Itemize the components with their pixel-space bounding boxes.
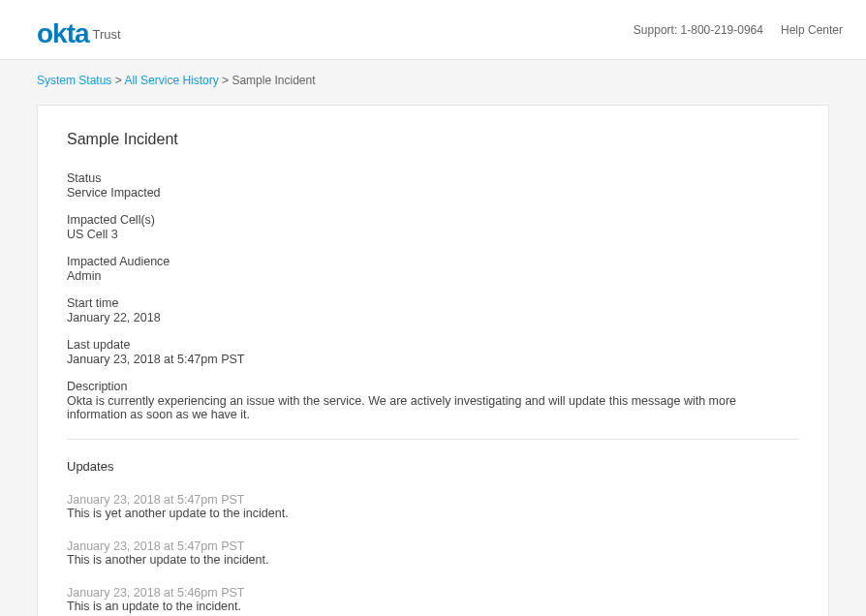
update-timestamp: January 23, 2018 at 5:47pm PST bbox=[67, 539, 799, 553]
status-value: Service Impacted bbox=[67, 186, 799, 200]
update-item: January 23, 2018 at 5:47pm PST This is y… bbox=[67, 493, 799, 520]
trust-label: Trust bbox=[93, 27, 121, 42]
update-body: This is an update to the incident. bbox=[67, 600, 799, 613]
audience-label: Impacted Audience bbox=[67, 255, 799, 268]
site-header: okta Trust Support: 1-800-219-0964 Help … bbox=[0, 0, 866, 60]
field-start-time: Start time January 22, 2018 bbox=[67, 296, 799, 324]
status-label: Status bbox=[67, 171, 799, 185]
update-timestamp: January 23, 2018 at 5:47pm PST bbox=[67, 493, 799, 507]
start-label: Start time bbox=[67, 296, 799, 310]
field-description: Description Okta is currently experienci… bbox=[67, 380, 799, 421]
updates-heading: Updates bbox=[67, 459, 799, 474]
lastupdate-label: Last update bbox=[67, 338, 799, 352]
updates-list: January 23, 2018 at 5:47pm PST This is y… bbox=[67, 493, 799, 613]
breadcrumb-separator: > bbox=[111, 74, 124, 87]
breadcrumb-system-status[interactable]: System Status bbox=[37, 74, 111, 87]
cells-value: US Cell 3 bbox=[67, 228, 799, 241]
description-label: Description bbox=[67, 380, 799, 393]
description-value: Okta is currently experiencing an issue … bbox=[67, 394, 799, 421]
brand-logo[interactable]: okta Trust bbox=[37, 15, 121, 46]
support-phone: Support: 1-800-219-0964 bbox=[634, 23, 763, 37]
update-body: This is yet another update to the incide… bbox=[67, 507, 799, 520]
field-last-update: Last update January 23, 2018 at 5:47pm P… bbox=[67, 338, 799, 366]
update-item: January 23, 2018 at 5:46pm PST This is a… bbox=[67, 586, 799, 613]
page-content: System Status > All Service History > Sa… bbox=[0, 60, 866, 616]
update-item: January 23, 2018 at 5:47pm PST This is a… bbox=[67, 539, 799, 567]
incident-card: Sample Incident Status Service Impacted … bbox=[37, 105, 829, 616]
update-timestamp: January 23, 2018 at 5:46pm PST bbox=[67, 586, 799, 600]
breadcrumb-separator: > bbox=[219, 74, 232, 87]
cells-label: Impacted Cell(s) bbox=[67, 213, 799, 227]
field-status: Status Service Impacted bbox=[67, 171, 799, 200]
breadcrumb-current: Sample Incident bbox=[232, 74, 315, 87]
breadcrumb-all-service-history[interactable]: All Service History bbox=[124, 74, 218, 87]
lastupdate-value: January 23, 2018 at 5:47pm PST bbox=[67, 353, 799, 366]
audience-value: Admin bbox=[67, 269, 799, 283]
field-impacted-audience: Impacted Audience Admin bbox=[67, 255, 799, 283]
help-center-link[interactable]: Help Center bbox=[781, 23, 843, 37]
update-body: This is another update to the incident. bbox=[67, 553, 799, 567]
start-value: January 22, 2018 bbox=[67, 311, 799, 324]
breadcrumb: System Status > All Service History > Sa… bbox=[37, 74, 829, 87]
field-impacted-cells: Impacted Cell(s) US Cell 3 bbox=[67, 213, 799, 241]
section-divider bbox=[67, 439, 799, 440]
incident-title: Sample Incident bbox=[67, 131, 799, 148]
okta-wordmark: okta bbox=[37, 18, 89, 49]
header-right: Support: 1-800-219-0964 Help Center bbox=[634, 23, 843, 37]
